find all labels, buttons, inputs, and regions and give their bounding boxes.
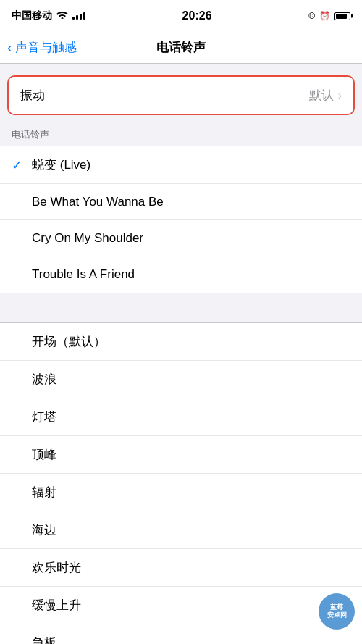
vibration-right: 默认 › <box>309 87 342 104</box>
ringtone-label: 海边 <box>32 522 350 538</box>
list-item[interactable]: 欢乐时光 <box>0 549 362 587</box>
page-title: 电话铃声 <box>156 39 206 56</box>
list-item[interactable]: Cry On My Shoulder <box>0 220 362 256</box>
ringtones-group-1: ✓ 蜕变 (Live) Be What You Wanna Be Cry On … <box>0 146 362 293</box>
list-item[interactable]: 灯塔 <box>0 398 362 436</box>
carrier-label: 中国移动 <box>12 9 52 22</box>
list-item[interactable]: Be What You Wanna Be <box>0 184 362 220</box>
ringtone-label: Be What You Wanna Be <box>32 195 350 209</box>
ringtone-label: 蜕变 (Live) <box>32 156 350 173</box>
list-item[interactable]: 海边 <box>0 511 362 549</box>
ringtones-group-2: 开场（默认） 波浪 灯塔 顶峰 辐射 海边 欢乐时光 缓慢上升 急板 <box>0 322 362 644</box>
group-separator <box>0 308 362 322</box>
ringtone-label: 顶峰 <box>32 446 350 463</box>
status-left: 中国移动 <box>12 9 85 22</box>
copyright-icon: © <box>308 11 315 21</box>
status-right: © ⏰ <box>308 11 350 21</box>
ringtone-label: 辐射 <box>32 484 350 501</box>
signal-icon <box>72 12 85 20</box>
list-item[interactable]: 顶峰 <box>0 436 362 474</box>
ringtone-label: 波浪 <box>32 371 350 388</box>
chevron-right-icon: › <box>338 89 342 102</box>
ringtone-section-header: 电话铃声 <box>0 122 362 146</box>
list-item[interactable]: Trouble Is A Friend <box>0 256 362 293</box>
ringtone-label: 灯塔 <box>32 409 350 425</box>
alarm-icon: ⏰ <box>319 11 330 21</box>
battery-icon <box>334 12 350 20</box>
list-item[interactable]: 开场（默认） <box>0 323 362 361</box>
list-item[interactable]: 缓慢上升 <box>0 587 362 624</box>
status-bar: 中国移动 20:26 © ⏰ <box>0 0 362 32</box>
list-item[interactable]: 辐射 <box>0 474 362 511</box>
ringtone-label: 欢乐时光 <box>32 559 350 576</box>
ringtone-label: 缓慢上升 <box>32 597 350 614</box>
back-chevron-icon: ‹ <box>7 39 12 56</box>
ringtone-label: 急板 <box>32 635 350 644</box>
vibration-label: 振动 <box>20 87 45 104</box>
watermark: 蓝莓安卓网 <box>319 593 355 630</box>
wifi-icon <box>56 10 68 22</box>
ringtone-label: Cry On My Shoulder <box>32 231 350 246</box>
vibration-section[interactable]: 振动 默认 › <box>7 75 355 115</box>
vibration-row[interactable]: 振动 默认 › <box>9 77 353 114</box>
list-item[interactable]: 急板 <box>0 624 362 644</box>
list-item[interactable]: ✓ 蜕变 (Live) <box>0 146 362 184</box>
check-icon: ✓ <box>12 157 32 173</box>
back-label: 声音与触感 <box>15 39 77 56</box>
status-time: 20:26 <box>182 9 212 22</box>
ringtone-label: Trouble Is A Friend <box>32 267 350 282</box>
vibration-value: 默认 <box>309 87 334 104</box>
ringtone-label: 开场（默认） <box>32 333 350 350</box>
nav-bar: ‹ 声音与触感 电话铃声 <box>0 32 362 64</box>
list-item[interactable]: 波浪 <box>0 361 362 398</box>
back-button[interactable]: ‹ 声音与触感 <box>7 39 77 56</box>
